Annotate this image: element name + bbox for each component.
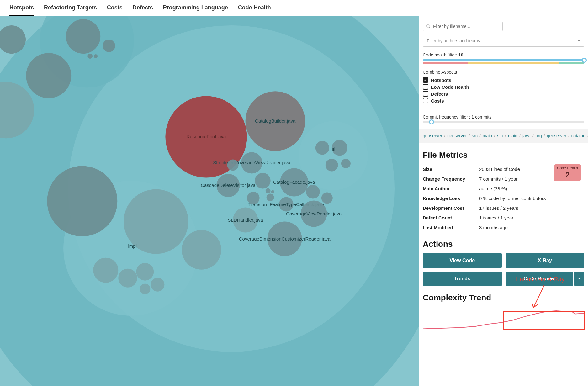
file-bubble[interactable] xyxy=(246,91,305,151)
tab-hotspots[interactable]: Hotspots xyxy=(9,4,34,16)
checkbox-icon[interactable] xyxy=(423,77,428,83)
metric-key: Size xyxy=(423,167,479,172)
package-enclosure[interactable] xyxy=(299,121,368,190)
health-badge-value: 2 xyxy=(557,171,578,179)
xray-button[interactable]: X-Ray xyxy=(506,253,585,268)
breadcrumb-separator: / xyxy=(467,133,472,138)
tab-programming-language[interactable]: Programming Language xyxy=(163,4,228,16)
metric-value: 3 months ago xyxy=(479,225,508,230)
file-bubble-unlabeled[interactable] xyxy=(93,258,118,283)
filename-filter[interactable] xyxy=(423,22,503,31)
breadcrumb-item[interactable]: main xyxy=(483,133,492,138)
trends-button[interactable]: Trends xyxy=(423,272,502,286)
file-bubble[interactable] xyxy=(301,200,327,227)
aspect-costs[interactable]: Costs xyxy=(423,97,584,104)
actions-grid: View Code X-Ray Trends Code Review xyxy=(423,253,584,286)
file-bubble[interactable] xyxy=(279,197,294,211)
aspect-label: Defects xyxy=(431,91,448,97)
authors-teams-filter[interactable]: Filter by authors and teams xyxy=(423,35,584,47)
aspect-defects[interactable]: Defects xyxy=(423,90,584,97)
chevron-down-icon xyxy=(578,40,580,42)
metric-row: Last Modified3 months ago xyxy=(423,223,584,232)
metric-value: 0 % code by former contributors xyxy=(479,196,546,201)
file-bubble[interactable] xyxy=(217,174,240,197)
breadcrumb-separator: / xyxy=(442,133,447,138)
code-review-button[interactable]: Code Review xyxy=(506,272,573,286)
tab-defects[interactable]: Defects xyxy=(133,4,153,16)
breadcrumb-item[interactable]: geoserver xyxy=(447,133,467,138)
checkbox-icon[interactable] xyxy=(423,98,428,103)
tab-costs[interactable]: Costs xyxy=(107,4,123,16)
file-bubble-unlabeled[interactable] xyxy=(182,230,221,270)
code-health-filter-label: Code health filter: 10 xyxy=(423,52,584,57)
file-bubble-unlabeled[interactable] xyxy=(267,193,274,201)
file-bubble-unlabeled[interactable] xyxy=(321,192,333,204)
breadcrumb-item[interactable]: main xyxy=(508,133,517,138)
slider-thumb[interactable] xyxy=(429,119,434,124)
aspect-hotspots[interactable]: Hotspots xyxy=(423,77,584,83)
metric-value: 7 commits / 1 year xyxy=(479,176,518,182)
tab-code-health[interactable]: Code Health xyxy=(238,4,271,16)
breadcrumb-item[interactable]: org xyxy=(536,133,542,138)
breadcrumb-item[interactable]: src xyxy=(497,133,503,138)
file-bubble-unlabeled[interactable] xyxy=(255,173,271,188)
breadcrumb-item[interactable]: geoserver xyxy=(423,133,442,138)
breadcrumb-item[interactable]: geoserver xyxy=(547,133,566,138)
metric-row: Defect Count1 issues / 1 year xyxy=(423,213,584,223)
file-bubble-unlabeled[interactable] xyxy=(315,141,329,155)
file-bubble-unlabeled[interactable] xyxy=(266,188,271,193)
file-bubble-unlabeled[interactable] xyxy=(140,284,150,294)
breadcrumb-item[interactable]: src xyxy=(472,133,478,138)
metric-key: Knowledge Loss xyxy=(423,196,479,201)
file-bubble-unlabeled[interactable] xyxy=(341,159,351,168)
code-review-split-button: Code Review xyxy=(506,272,585,286)
breadcrumb-separator: / xyxy=(585,133,588,138)
file-bubble-unlabeled[interactable] xyxy=(151,278,164,292)
file-bubble[interactable] xyxy=(241,152,262,173)
side-panel: Filter by authors and teams Code health … xyxy=(419,16,588,386)
breadcrumb-item[interactable]: catalog xyxy=(571,133,585,138)
view-code-button[interactable]: View Code xyxy=(423,253,502,268)
commit-frequency-filter-label: Commit frequency filter : 1 commits xyxy=(423,114,584,119)
file-bubble[interactable] xyxy=(233,208,258,233)
file-bubble[interactable] xyxy=(280,168,308,196)
filename-filter-input[interactable] xyxy=(433,24,499,29)
file-bubble-unlabeled[interactable] xyxy=(271,190,274,193)
bubble-svg[interactable]: ResourcePool.javaCatalogBuilder.javaStru… xyxy=(0,16,419,386)
checkbox-icon[interactable] xyxy=(423,91,428,97)
metric-row: Main Authoraaime (38 %) xyxy=(423,184,584,193)
aspect-low-code-health[interactable]: Low Code Health xyxy=(423,83,584,90)
file-bubble-unlabeled[interactable] xyxy=(247,192,260,204)
metric-value: 1 issues / 1 year xyxy=(479,215,513,220)
authors-teams-placeholder: Filter by authors and teams xyxy=(427,38,480,43)
commit-frequency-slider[interactable] xyxy=(423,121,584,123)
file-bubble-unlabeled[interactable] xyxy=(306,185,320,198)
file-bubble-unlabeled[interactable] xyxy=(26,53,71,98)
metric-key: Last Modified xyxy=(423,225,479,230)
metric-key: Defect Count xyxy=(423,215,479,220)
hotspots-bubble-chart[interactable]: ResourcePool.javaCatalogBuilder.javaStru… xyxy=(0,16,419,386)
slider-thumb[interactable] xyxy=(582,58,587,63)
file-bubble-unlabeled[interactable] xyxy=(332,140,347,156)
file-bubble-unlabeled[interactable] xyxy=(66,19,100,54)
file-bubble-unlabeled[interactable] xyxy=(136,263,154,281)
file-bubble-unlabeled[interactable] xyxy=(326,159,338,171)
file-bubble-unlabeled[interactable] xyxy=(227,159,239,171)
file-metrics: Code Health 2 Size2003 Lines of CodeChan… xyxy=(423,164,584,232)
file-bubble-unlabeled[interactable] xyxy=(94,54,98,58)
checkbox-icon[interactable] xyxy=(423,84,428,90)
file-bubble-unlabeled[interactable] xyxy=(47,166,117,236)
file-bubble-unlabeled[interactable] xyxy=(87,54,93,59)
file-bubble-unlabeled[interactable] xyxy=(103,40,115,52)
file-bubble-unlabeled[interactable] xyxy=(124,189,188,254)
tab-refactoring-targets[interactable]: Refactoring Targets xyxy=(44,4,97,16)
file-bubble[interactable] xyxy=(268,222,302,256)
metric-value: 2003 Lines of Code xyxy=(479,167,520,172)
code-review-dropdown[interactable] xyxy=(574,272,584,286)
file-bubble-unlabeled[interactable] xyxy=(118,269,137,288)
metric-row: Knowledge Loss0 % code by former contrib… xyxy=(423,193,584,203)
breadcrumb-separator: / xyxy=(478,133,483,138)
breadcrumb: geoserver/geoserver/src/main/src/main/ja… xyxy=(419,129,588,143)
code-health-slider[interactable] xyxy=(423,59,584,61)
breadcrumb-item[interactable]: java xyxy=(522,133,531,138)
